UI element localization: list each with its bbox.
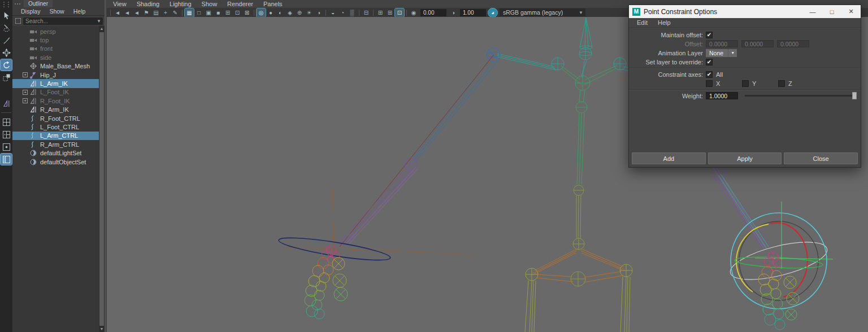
ao-icon[interactable]: ◒ xyxy=(328,8,337,17)
move-tool[interactable] xyxy=(1,47,12,58)
safe-action-icon[interactable]: ⊡ xyxy=(233,8,242,17)
axis-y-checkbox[interactable]: ✔ xyxy=(742,80,749,87)
pane-copy-icon[interactable]: ⊞ xyxy=(376,8,385,17)
scale-tool[interactable] xyxy=(1,72,12,83)
layout-persp-plus[interactable] xyxy=(1,129,12,140)
pane-paste-icon[interactable]: ⊞ xyxy=(385,8,394,17)
maintain-offset-checkbox[interactable]: ✔ xyxy=(706,32,713,38)
outliner-item-r_foot_ik[interactable]: +R_Foot_IK xyxy=(12,97,99,105)
image-plane-icon[interactable]: ▤ xyxy=(151,8,160,17)
expand-icon[interactable]: + xyxy=(23,72,28,77)
select-tool[interactable] xyxy=(1,10,12,21)
dialog-menu-edit[interactable]: Edit xyxy=(632,19,652,26)
search-filter-icon[interactable] xyxy=(15,18,21,24)
scrollbar-thumb[interactable] xyxy=(99,32,104,326)
close-button[interactable]: Close xyxy=(784,152,858,164)
axis-z-checkbox[interactable]: ✔ xyxy=(778,80,785,87)
outliner-search-field[interactable]: ▼ xyxy=(23,18,103,25)
shadows-icon[interactable]: ◑ xyxy=(314,8,323,17)
scroll-up-icon[interactable]: ▲ xyxy=(100,26,104,32)
minimize-button[interactable]: — xyxy=(803,5,822,18)
weight-slider[interactable] xyxy=(745,92,857,99)
layout-four-view[interactable] xyxy=(1,116,12,128)
viewport-menu-lighting[interactable]: Lighting xyxy=(164,1,197,7)
exposure-field[interactable]: 0.00 xyxy=(420,9,446,16)
outliner-item-r_foot_ctrl[interactable]: R_Foot_CTRL xyxy=(12,114,99,123)
outliner-menu-help[interactable]: Help xyxy=(70,8,90,15)
snap-view-icon[interactable]: ⊡ xyxy=(395,8,404,17)
isolate-select-icon[interactable]: ⊟ xyxy=(362,8,371,17)
scroll-down-icon[interactable]: ▼ xyxy=(100,326,104,332)
outliner-item-l_arm_ctrl[interactable]: L_Arm_CTRL xyxy=(12,132,99,140)
smooth-shade-icon[interactable]: ● xyxy=(266,8,275,17)
outliner-menu-display[interactable]: Display xyxy=(17,8,44,15)
camera-icon[interactable]: ◄ xyxy=(113,8,122,17)
outliner-item-l_foot_ctrl[interactable]: L_Foot_CTRL xyxy=(12,123,99,131)
outliner-item-l_foot_ik[interactable]: +L_Foot_IK xyxy=(12,88,99,97)
outliner-item-r_arm_ik[interactable]: R_Arm_IK xyxy=(12,106,99,114)
outliner-item-hip_j[interactable]: +Hip_J xyxy=(12,71,99,79)
contrast-icon[interactable]: ◑ xyxy=(449,8,458,17)
add-button[interactable]: Add xyxy=(632,152,706,164)
resolution-gate-icon[interactable]: ▣ xyxy=(204,8,213,17)
viewport-menu-show[interactable]: Show xyxy=(197,1,223,7)
paint-select-tool[interactable] xyxy=(1,34,12,46)
viewport-menu-shading[interactable]: Shading xyxy=(132,1,164,7)
axis-x-checkbox[interactable]: ✔ xyxy=(706,80,713,87)
panel-grip-icon[interactable] xyxy=(15,3,20,5)
offset-y-field[interactable]: 0.0000 xyxy=(741,40,774,47)
outliner-item-defaultlightset[interactable]: defaultLightSet xyxy=(12,148,99,157)
outliner-item-front[interactable]: front xyxy=(12,45,99,53)
outliner-scrollbar[interactable]: ▲ ▼ xyxy=(99,26,105,332)
camera-select-icon[interactable]: ◄ xyxy=(123,8,132,17)
textured-icon[interactable]: ⊕ xyxy=(295,8,304,17)
bookmark-icon[interactable]: ⚑ xyxy=(142,8,151,17)
wireframe-icon[interactable]: ◎ xyxy=(257,8,266,17)
camera-settings-icon[interactable]: ◄ xyxy=(132,8,141,17)
expand-icon[interactable]: + xyxy=(23,90,28,95)
wireframe-on-shaded-icon[interactable]: ◈ xyxy=(285,8,294,17)
outliner-item-persp[interactable]: persp xyxy=(12,27,99,36)
grease-pencil-icon[interactable]: ✎ xyxy=(171,8,180,17)
pan-zoom-icon[interactable]: + xyxy=(161,8,170,17)
search-input[interactable] xyxy=(23,18,97,24)
outliner-menu-show[interactable]: Show xyxy=(45,8,68,15)
expand-icon[interactable]: + xyxy=(23,98,28,103)
ik-handle-tool[interactable] xyxy=(1,98,12,109)
outliner-item-l_arm_ik[interactable]: L_Arm_IK xyxy=(12,79,99,88)
set-layer-checkbox[interactable]: ✔ xyxy=(706,59,713,65)
film-gate-icon[interactable]: □ xyxy=(194,8,203,17)
close-icon[interactable]: ✕ xyxy=(841,5,861,18)
fog-icon[interactable]: ▒ xyxy=(348,8,357,17)
outliner-item-defaultobjectset[interactable]: defaultObjectSet xyxy=(12,158,99,166)
toolbox-grip[interactable] xyxy=(2,2,10,7)
dialog-menu-help[interactable]: Help xyxy=(653,19,675,26)
layout-persp-outliner[interactable] xyxy=(1,154,12,165)
gamma-field[interactable]: 1.00 xyxy=(460,9,486,16)
search-dropdown-icon[interactable]: ▼ xyxy=(97,19,103,24)
rotate-tool[interactable] xyxy=(1,59,12,71)
offset-z-field[interactable]: 0.0000 xyxy=(777,40,809,47)
viewport-menu-view[interactable]: View xyxy=(108,1,132,7)
outliner-item-top[interactable]: top xyxy=(12,36,99,44)
viewport-menu-renderer[interactable]: Renderer xyxy=(222,1,258,7)
animation-layer-dropdown[interactable]: None ▼ xyxy=(706,49,737,57)
layout-single-persp[interactable] xyxy=(1,141,12,152)
offset-x-field[interactable]: 0.0000 xyxy=(706,40,738,47)
maximize-button[interactable]: □ xyxy=(822,5,841,18)
lights-icon[interactable]: ☀ xyxy=(305,8,314,17)
flat-shade-icon[interactable]: ◐ xyxy=(276,8,285,17)
dialog-titlebar[interactable]: M Point Constraint Options — □ ✕ xyxy=(629,5,861,18)
apply-button[interactable]: Apply xyxy=(708,152,782,164)
weight-field[interactable]: 1.0000 xyxy=(706,92,738,99)
field-chart-icon[interactable]: ⊞ xyxy=(223,8,232,17)
outliner-item-r_arm_ctrl[interactable]: R_Arm_CTRL xyxy=(12,140,99,148)
grid-icon[interactable]: ▦ xyxy=(185,8,194,17)
gamma-icon[interactable]: ◕ xyxy=(488,8,497,17)
outliner-item-male_base_mesh[interactable]: Male_Base_Mesh xyxy=(12,62,99,71)
colorspace-dropdown[interactable]: sRGB gamma (legacy)▼ xyxy=(500,8,585,16)
exposure-icon[interactable]: ◉ xyxy=(409,8,418,17)
safe-title-icon[interactable]: ⊠ xyxy=(242,8,251,17)
slider-handle[interactable] xyxy=(852,92,857,99)
outliner-tab[interactable]: Outliner xyxy=(24,0,53,7)
